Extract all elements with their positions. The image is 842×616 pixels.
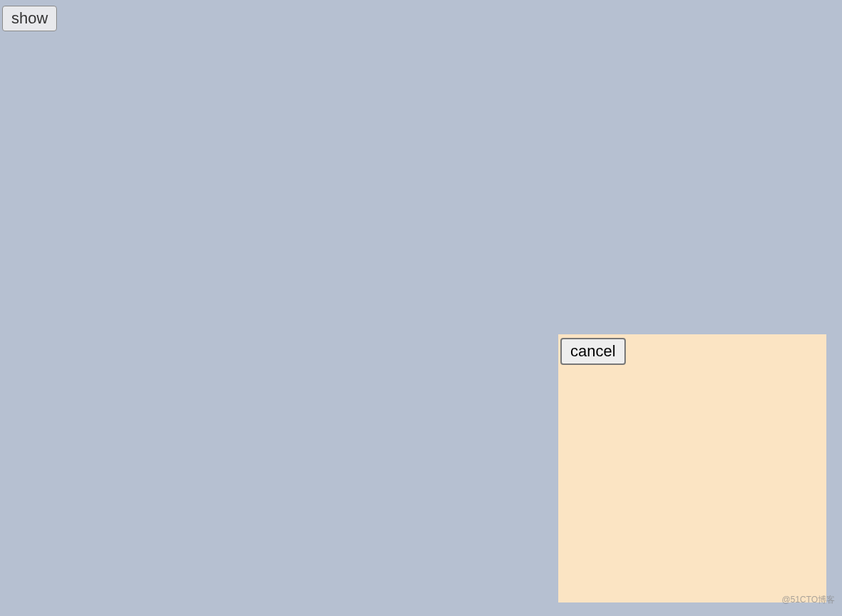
show-button[interactable]: show bbox=[2, 6, 57, 31]
cancel-button[interactable]: cancel bbox=[560, 338, 626, 365]
watermark-text: @51CTO博客 bbox=[782, 594, 835, 606]
panel: cancel bbox=[558, 334, 826, 602]
